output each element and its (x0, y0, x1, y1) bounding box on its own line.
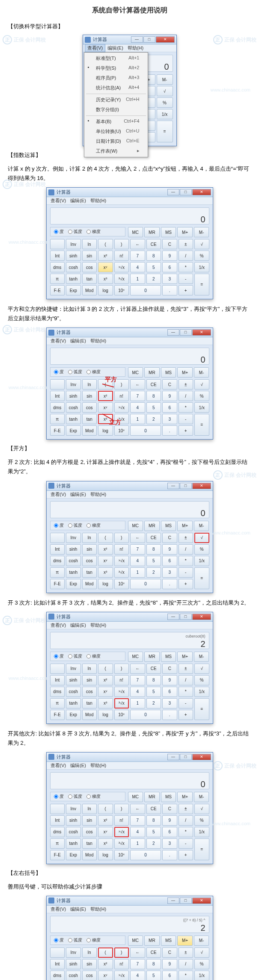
mem-MC[interactable]: MC (128, 521, 143, 531)
key-0[interactable]: 0 (130, 850, 161, 860)
key-Mod[interactable]: Mod (82, 850, 97, 860)
key-xʸ[interactable]: xʸ (98, 262, 113, 272)
angle-deg-radio[interactable] (54, 523, 58, 528)
key--[interactable]: - (179, 698, 194, 708)
key-sinh[interactable]: sinh (66, 251, 81, 261)
key-ln[interactable]: ln (82, 948, 97, 958)
key-√[interactable]: √ (194, 533, 209, 543)
mem-MC[interactable]: MC (128, 792, 143, 802)
key-5[interactable]: 5 (146, 262, 161, 272)
key-x³[interactable]: x³ (98, 274, 113, 284)
menu-edit[interactable]: 编辑(E) (68, 622, 88, 629)
key-9[interactable]: 9 (162, 391, 177, 401)
key-blank[interactable] (50, 379, 65, 390)
maximize-button[interactable]: □ (180, 189, 192, 195)
key-1/x[interactable]: 1/x (194, 687, 209, 697)
key-Exp[interactable]: Exp (66, 850, 81, 860)
mem-M-[interactable]: M- (194, 367, 209, 378)
key-dms[interactable]: dms (50, 971, 65, 980)
key-C[interactable]: C (162, 533, 177, 543)
menu-help[interactable]: 帮助(H) (88, 622, 108, 629)
angle-rad-radio[interactable] (68, 370, 72, 374)
mem-MR[interactable]: MR (144, 227, 160, 237)
angle-mode[interactable]: 度弧度梯度 (50, 652, 125, 661)
key-n![interactable]: n! (114, 675, 129, 685)
menu-view[interactable]: 查看(V) (48, 906, 68, 913)
menu-item[interactable]: 科学型(S)Alt+2 (84, 63, 148, 73)
minimize-button[interactable]: — (167, 483, 179, 489)
key-10ˣ[interactable]: 10ˣ (114, 425, 129, 436)
angle-rad-radio[interactable] (68, 938, 72, 942)
key-n![interactable]: n! (114, 815, 129, 826)
key-tan[interactable]: tan (82, 274, 97, 284)
key-log[interactable]: log (98, 579, 113, 589)
key-1/x[interactable]: 1/x (194, 402, 209, 413)
menu-view[interactable]: 查看(V) (85, 44, 106, 52)
key-0[interactable]: 0 (130, 579, 161, 589)
key-Inv[interactable]: Inv (66, 804, 81, 814)
key-9[interactable]: 9 (162, 544, 177, 555)
mem-MS[interactable]: MS (161, 227, 176, 237)
key-4[interactable]: 4 (130, 556, 145, 566)
mem-M-[interactable]: M- (194, 652, 209, 662)
mem-MS[interactable]: MS (161, 792, 176, 802)
key-7[interactable]: 7 (130, 251, 145, 261)
key-xʸ[interactable]: xʸ (98, 827, 113, 837)
key-cosh[interactable]: cosh (66, 971, 81, 980)
key-blank[interactable] (50, 533, 65, 543)
key-Int[interactable]: Int (50, 544, 65, 555)
key-x³[interactable]: x³ (98, 698, 113, 708)
key-tanh[interactable]: tanh (66, 698, 81, 708)
key-log[interactable]: log (98, 285, 113, 295)
key-*[interactable]: * (179, 827, 194, 837)
key-7[interactable]: 7 (130, 815, 145, 826)
key-x³[interactable]: x³ (98, 414, 113, 424)
menu-help[interactable]: 帮助(H) (88, 762, 108, 769)
key-cos[interactable]: cos (82, 687, 97, 697)
key-5[interactable]: 5 (146, 971, 161, 980)
key-Mod[interactable]: Mod (82, 710, 97, 720)
key-x²[interactable]: x² (98, 959, 113, 969)
key-1[interactable]: 1 (130, 698, 145, 708)
key-1/x[interactable]: 1/x (194, 556, 209, 566)
key-+[interactable]: + (179, 579, 194, 589)
key-1[interactable]: 1 (130, 414, 145, 424)
key-7[interactable]: 7 (130, 959, 145, 969)
key-CE[interactable]: CE (146, 239, 161, 249)
angle-mode[interactable]: 度弧度梯度 (50, 936, 125, 945)
key-)[interactable]: ) (114, 804, 129, 814)
angle-deg-radio[interactable] (54, 230, 58, 234)
key--[interactable]: - (179, 414, 194, 424)
key-C[interactable]: C (162, 379, 177, 390)
angle-grad-radio[interactable] (86, 654, 91, 658)
key-+[interactable]: + (179, 850, 194, 860)
key-ln[interactable]: ln (82, 379, 97, 390)
key-4[interactable]: 4 (130, 262, 145, 272)
angle-grad-radio[interactable] (86, 794, 91, 799)
key-ʸ√x[interactable]: ʸ√x (114, 827, 129, 837)
mem-M+[interactable]: M+ (177, 521, 193, 531)
key-Mod[interactable]: Mod (82, 285, 97, 295)
key-ʸ√x[interactable]: ʸ√x (114, 971, 129, 980)
maximize-button[interactable]: □ (180, 329, 192, 336)
menu-item[interactable]: 数字分组(I) (84, 105, 148, 115)
key-sin[interactable]: sin (82, 544, 97, 555)
mem-M+[interactable]: M+ (177, 652, 193, 662)
angle-rad-radio[interactable] (68, 230, 72, 234)
key-Exp[interactable]: Exp (66, 579, 81, 589)
key-cosh[interactable]: cosh (66, 402, 81, 413)
angle-mode[interactable]: 度弧度梯度 (50, 227, 125, 236)
key-6[interactable]: 6 (162, 556, 177, 566)
key-n![interactable]: n! (114, 391, 129, 401)
key-sinh[interactable]: sinh (66, 544, 81, 555)
key-.[interactable]: . (162, 850, 177, 860)
key-←[interactable]: ← (130, 804, 145, 814)
menu-edit[interactable]: 编辑(E) (68, 906, 88, 913)
key-F-E[interactable]: F-E (50, 579, 65, 589)
mem-M-[interactable]: M- (194, 792, 209, 802)
key-sinh[interactable]: sinh (66, 675, 81, 685)
mem-MR[interactable]: MR (144, 521, 160, 531)
angle-mode[interactable]: 度弧度梯度 (50, 521, 125, 530)
menu-item[interactable]: 单位转换(U)Ctrl+U (84, 127, 148, 136)
close-button[interactable]: ✕ (192, 329, 211, 336)
